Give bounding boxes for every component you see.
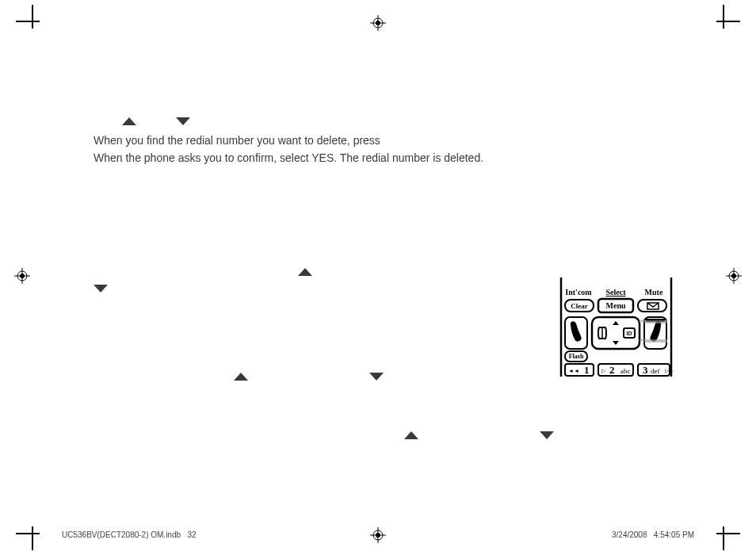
registration-mark-icon bbox=[370, 15, 386, 31]
footer-time: 4:54:05 PM bbox=[654, 530, 694, 539]
crop-mark bbox=[16, 526, 40, 550]
svg-text:ID: ID bbox=[627, 331, 632, 336]
mute-label: Mute bbox=[645, 288, 663, 297]
crop-mark bbox=[16, 5, 40, 29]
up-arrow-icon bbox=[122, 117, 136, 125]
svg-marker-31 bbox=[644, 320, 667, 323]
down-arrow-icon bbox=[369, 373, 384, 381]
flash-label: Flash bbox=[569, 353, 584, 360]
footer-page: 32 bbox=[187, 530, 196, 539]
key-2: 2 bbox=[609, 364, 615, 376]
body-line-1: When you find the redial number you want… bbox=[94, 132, 483, 149]
footer-right: 3/24/2008 4:54:05 PM bbox=[612, 530, 694, 539]
registration-mark-icon bbox=[726, 268, 742, 284]
down-arrow-icon bbox=[176, 117, 190, 125]
body-line-2: When the phone asks you to confirm, sele… bbox=[94, 149, 483, 166]
footer-date: 3/24/2008 bbox=[612, 530, 647, 539]
svg-text:◄◄: ◄◄ bbox=[568, 368, 579, 373]
select-label: Select bbox=[606, 288, 627, 297]
registration-mark-icon bbox=[370, 527, 386, 543]
key-2-abc: abc bbox=[620, 367, 631, 375]
crop-mark bbox=[716, 5, 740, 29]
svg-marker-33 bbox=[644, 339, 667, 343]
down-arrow-icon bbox=[94, 285, 108, 293]
key-3: 3 bbox=[643, 364, 648, 376]
crop-mark bbox=[716, 526, 740, 550]
up-arrow-icon bbox=[298, 268, 312, 276]
key-1: 1 bbox=[584, 364, 590, 376]
up-arrow-icon bbox=[234, 373, 248, 381]
footer-left: UC536BV(DECT2080-2) OM.indb 32 bbox=[62, 530, 197, 539]
intcom-label: Int'com bbox=[565, 288, 592, 297]
phone-keypad-diagram: Int'com Select Mute Clear Menu bbox=[559, 278, 674, 380]
down-arrow-icon bbox=[540, 431, 554, 439]
footer-filename: UC536BV(DECT2080-2) OM.indb bbox=[62, 530, 181, 539]
up-arrow-icon bbox=[404, 431, 418, 439]
key-3-def: def bbox=[651, 367, 660, 375]
svg-text:▷▷: ▷▷ bbox=[665, 368, 674, 373]
registration-mark-icon bbox=[14, 268, 30, 284]
menu-label: Menu bbox=[606, 301, 626, 310]
clear-label: Clear bbox=[571, 302, 588, 310]
